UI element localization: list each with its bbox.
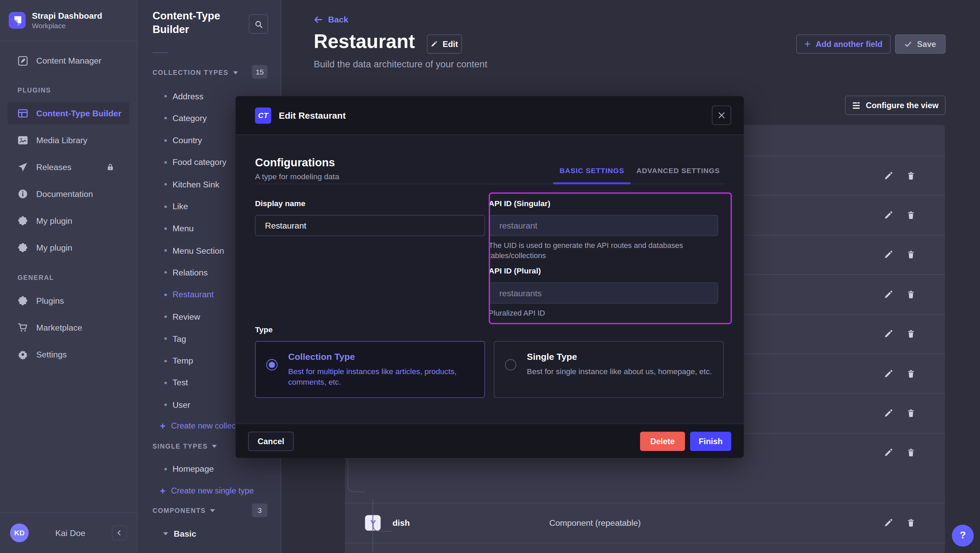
tab-basic-settings[interactable]: BASIC SETTINGS [553,167,631,174]
cart-icon [18,322,28,333]
brand-title: Strapi Dashboard [32,11,102,21]
edit-field-button[interactable] [884,329,893,339]
field-type: Component (repeatable) [549,518,641,528]
bullet-icon [164,139,167,141]
bullet-icon [164,161,167,164]
delete-field-button[interactable] [906,408,916,418]
sidebar-item-marketplace[interactable]: Marketplace [8,316,129,338]
collection-types-header[interactable]: COLLECTION TYPES [153,69,238,76]
single-type-card[interactable]: Single Type Best for single instance lik… [494,341,724,398]
page-subtitle: Build the data architecture of your cont… [314,59,487,69]
component-group-basic[interactable]: Basic [163,529,196,539]
configurations-title: Configurations [255,156,335,169]
puzzle-icon [18,295,28,306]
sidebar-item-label: Media Library [37,135,88,145]
sidebar-item-media-library[interactable]: Media Library [8,129,129,151]
sidebar-item-label: Releases [37,162,72,172]
plus-icon: + [160,420,165,431]
single-types-header[interactable]: SINGLE TYPES [153,442,217,450]
collection-type-card[interactable]: Collection Type Best for multiple instan… [255,341,485,398]
divider [153,52,167,53]
create-single-type-link[interactable]: + Create new single type [160,485,254,496]
edit-field-button[interactable] [884,290,893,299]
puzzle-icon [18,242,28,253]
sidebar-item-plugins[interactable]: Plugins [8,289,129,311]
configure-the-view-button[interactable]: Configure the view [845,95,946,115]
edit-button[interactable]: Edit [427,34,462,54]
components-count-badge: 3 [252,503,267,517]
field-row-dish: dish Component (repeatable) [345,503,945,542]
single-types-list: Homepage [137,458,281,480]
delete-button[interactable]: Delete [640,431,685,451]
gear-icon [18,349,28,359]
radio-unselected-icon[interactable] [505,359,516,370]
delete-field-button[interactable] [906,171,916,181]
delete-field-button[interactable] [906,448,916,458]
modal-header: CT Edit Restaurant [235,96,743,135]
search-icon [254,20,263,29]
edit-field-button[interactable] [884,518,893,528]
subnav-title: Content-Type Builder [153,10,247,37]
edit-field-button[interactable] [884,250,893,260]
save-button[interactable]: Save [895,34,946,54]
bullet-icon [164,404,167,406]
delete-field-button[interactable] [906,329,916,339]
sidebar-item-settings[interactable]: Settings [8,343,129,365]
finish-button[interactable]: Finish [690,431,731,451]
collapse-sidebar-button[interactable] [112,526,127,540]
search-button[interactable] [249,14,268,34]
single-type-item[interactable]: Homepage [137,458,281,480]
sidebar-item-my-plugin-1[interactable]: My plugin [8,209,129,232]
main-sidebar: Strapi Dashboard Workplace Content Manag… [0,0,137,553]
content-type-badge: CT [255,108,271,124]
sidebar-footer: KD Kai Doe [0,512,137,553]
sidebar-item-documentation[interactable]: Documentation [8,182,129,205]
card-description: Best for single instance like about us, … [527,367,712,377]
tab-advanced-settings[interactable]: ADVANCED SETTINGS [633,167,723,174]
user-name: Kai Doe [29,528,111,538]
bullet-icon [164,337,167,340]
sidebar-item-my-plugin-2[interactable]: My plugin [8,236,129,259]
tree-connector [372,500,392,532]
layout-icon [18,108,28,118]
bullet-icon [164,249,167,252]
delete-field-button[interactable] [906,518,916,528]
sidebar-item-label: Settings [37,350,67,359]
info-icon [18,188,28,199]
pencil-icon [431,40,438,47]
sidebar-item-content-type-builder[interactable]: Content-Type Builder [8,102,129,124]
check-icon [904,40,912,48]
configurations-subtitle: A type for modeling data [255,172,339,181]
edit-field-button[interactable] [884,448,893,458]
close-modal-button[interactable] [712,105,731,125]
sidebar-item-releases[interactable]: Releases [8,156,129,178]
display-name-input[interactable] [255,215,485,236]
back-link[interactable]: Back [314,15,348,24]
sidebar-item-label: Content Manager [37,56,102,65]
general-section-label: GENERAL [18,273,54,281]
components-header[interactable]: COMPONENTS [153,507,215,514]
edit-field-button[interactable] [884,211,893,220]
edit-field-button[interactable] [884,369,893,378]
sidebar-item-content-manager[interactable]: Content Manager [8,49,129,72]
puzzle-icon [18,215,28,226]
field-row-name: Ab name Text [345,542,945,553]
cancel-button[interactable]: Cancel [248,431,294,451]
delete-field-button[interactable] [906,250,916,260]
delete-field-button[interactable] [906,211,916,220]
brand-subtitle: Workplace [32,21,102,30]
delete-field-button[interactable] [906,369,916,378]
bullet-icon [164,183,167,186]
close-icon [718,111,726,119]
delete-field-button[interactable] [906,290,916,299]
add-another-field-button[interactable]: + Add another field [796,34,891,54]
edit-field-button[interactable] [884,408,893,418]
plugins-section-label: PLUGINS [18,86,51,94]
collection-count-badge: 15 [252,65,267,79]
strapi-logo-icon [9,12,26,29]
bullet-icon [164,95,167,97]
bullet-icon [164,294,167,296]
help-button[interactable]: ? [952,524,974,546]
edit-field-button[interactable] [884,171,893,181]
radio-selected-icon[interactable] [266,359,277,370]
